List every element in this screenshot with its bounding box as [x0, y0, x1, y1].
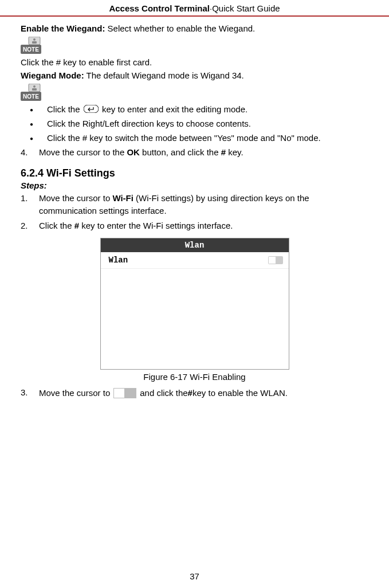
wifi-figure: Wlan Wlan — [100, 238, 289, 370]
note-icon: NOTE — [21, 37, 368, 54]
enable-wiegand-para: Enable the Wiegand: Select whether to en… — [21, 22, 368, 34]
enable-wiegand-text: Select whether to enable the Wiegand. — [108, 23, 256, 33]
note-icon: NOTE — [21, 84, 368, 101]
step-4-list: 4. Move the cursor to the OK button, and… — [21, 146, 368, 159]
wifi-toggle[interactable] — [268, 256, 283, 264]
step-text: Move the cursor to and click the # key t… — [39, 386, 368, 400]
wifi-titlebar: Wlan — [101, 238, 289, 252]
wifi-row: Wlan — [101, 252, 289, 269]
wiegand-mode-para: Wiegand Mode: The default Wiegand mode i… — [21, 69, 368, 81]
section-title: 6.2.4 Wi-Fi Settings — [21, 167, 368, 179]
svg-text:NOTE: NOTE — [23, 93, 39, 100]
list-item: Click the # key to switch the mode betwe… — [47, 132, 368, 145]
list-item: 2. Click the # key to enter the Wi-Fi se… — [21, 219, 368, 233]
step-text: Move the cursor to Wi-Fi (Wi-Fi settings… — [39, 192, 368, 218]
svg-rect-7 — [32, 88, 37, 91]
page-content: Enable the Wiegand: Select whether to en… — [0, 22, 389, 400]
step-text: Click the # key to enter the Wi-Fi setti… — [39, 219, 368, 233]
bullet-pre: Click the — [47, 104, 80, 114]
wifi-steps: 1. Move the cursor to Wi-Fi (Wi-Fi setti… — [21, 192, 368, 233]
step-num: 2. — [21, 219, 39, 233]
wifi-row-label: Wlan — [109, 256, 128, 265]
svg-rect-10 — [84, 105, 99, 113]
bullet-post: key to enter and exit the editing mode. — [102, 104, 247, 114]
step-num: 1. — [21, 192, 39, 218]
note-enable-text: Click the # key to enable first card. — [21, 56, 368, 68]
list-item: 4. Move the cursor to the OK button, and… — [21, 146, 368, 159]
page-header: Access Control Terminal·Quick Start Guid… — [0, 0, 389, 17]
svg-point-6 — [33, 85, 36, 88]
wifi-window: Wlan Wlan — [100, 238, 289, 370]
list-item: Click the Right/Left direction keys to c… — [47, 117, 368, 131]
wiegand-mode-label: Wiegand Mode: — [21, 70, 84, 80]
step-num: 3. — [21, 386, 39, 400]
wiegand-mode-text: The default Wiegand mode is Wigand 34. — [87, 70, 244, 80]
header-rest: Quick Start Guide — [212, 3, 280, 13]
list-item: 1. Move the cursor to Wi-Fi (Wi-Fi setti… — [21, 192, 368, 218]
svg-rect-2 — [32, 41, 37, 44]
list-item: Click the key to enter and exit the edit… — [47, 103, 368, 116]
svg-text:NOTE: NOTE — [23, 46, 39, 53]
figure-caption: Figure 6-17 Wi-Fi Enabling — [21, 372, 368, 382]
enter-key-icon — [84, 104, 99, 117]
header-bold: Access Control Terminal — [109, 3, 210, 13]
list-item: 3. Move the cursor to and click the # ke… — [21, 386, 368, 400]
step-text: Move the cursor to the OK button, and cl… — [39, 146, 368, 159]
enable-wiegand-label: Enable the Wiegand: — [21, 23, 105, 33]
toggle-icon — [113, 388, 136, 398]
steps-label: Steps: — [21, 181, 368, 190]
wifi-steps-cont: 3. Move the cursor to and click the # ke… — [21, 386, 368, 400]
step-num: 4. — [21, 146, 39, 159]
svg-point-1 — [33, 38, 36, 41]
bullet-list: Click the key to enter and exit the edit… — [21, 103, 368, 144]
page-number: 37 — [0, 571, 389, 581]
